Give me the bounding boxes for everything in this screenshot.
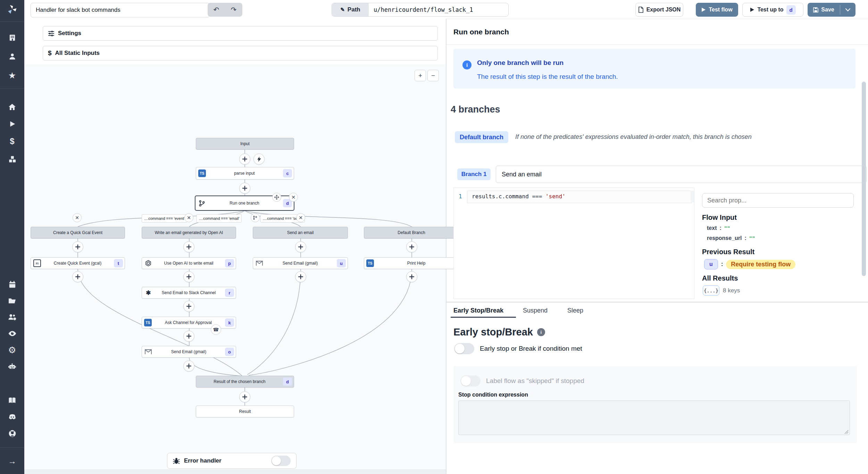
test-flow-button[interactable]: Test flow bbox=[696, 3, 738, 17]
add-step-button[interactable] bbox=[295, 271, 306, 282]
branch-header[interactable]: Write an email generated by Open AI bbox=[142, 227, 236, 239]
default-branch-badge[interactable]: Default branch bbox=[455, 131, 508, 143]
delete-branch-button[interactable]: ✕ bbox=[296, 213, 305, 222]
windmill-logo[interactable] bbox=[0, 2, 24, 16]
add-step-button[interactable] bbox=[72, 241, 83, 252]
sidebar-item-home[interactable] bbox=[0, 100, 24, 114]
close-icon: ✕ bbox=[299, 215, 303, 221]
sidebar-item-settings[interactable]: ⚙ bbox=[0, 343, 24, 357]
node-ask-channel-approval[interactable]: TS Ask Channel for Approval k bbox=[142, 317, 236, 329]
node-openai-write-email[interactable]: Use Open AI to write email p bbox=[142, 257, 236, 269]
sidebar-item-variables[interactable]: $ bbox=[0, 134, 24, 148]
add-step-button[interactable] bbox=[72, 271, 83, 282]
plus-icon bbox=[298, 274, 303, 279]
path-edit-button[interactable]: ✎Path bbox=[332, 3, 369, 16]
prop-row-text[interactable]: text : "" bbox=[707, 225, 730, 231]
sidebar-item-discord[interactable] bbox=[0, 410, 24, 424]
add-step-button[interactable] bbox=[183, 271, 194, 282]
node-result-of-chosen-branch[interactable]: Result of the chosen branch d bbox=[196, 376, 294, 388]
sidebar-item-ai[interactable] bbox=[0, 359, 24, 373]
prop-value: "" bbox=[724, 225, 730, 231]
add-step-button[interactable] bbox=[183, 241, 194, 252]
sliders-icon bbox=[48, 30, 55, 37]
add-step-button[interactable] bbox=[239, 183, 250, 194]
add-step-button[interactable] bbox=[239, 153, 250, 165]
redo-icon: ↷ bbox=[231, 6, 237, 14]
node-send-email-gmail-2[interactable]: Send Email (gmail) o bbox=[142, 346, 236, 358]
node-input[interactable]: Input bbox=[196, 138, 294, 150]
error-handler-toggle[interactable] bbox=[271, 456, 291, 466]
info-icon[interactable]: i bbox=[537, 328, 545, 336]
branch-summary-input[interactable] bbox=[496, 166, 867, 183]
test-up-to-button[interactable]: Test up to d bbox=[742, 3, 803, 17]
sidebar-item-runs[interactable] bbox=[0, 117, 24, 131]
sidebar-item-schedules[interactable] bbox=[0, 277, 24, 291]
path-value[interactable]: u/henricourdent/flow_slack_1 bbox=[369, 3, 508, 16]
expand-keys-badge[interactable]: {...} bbox=[703, 285, 719, 296]
add-step-button[interactable] bbox=[295, 241, 306, 252]
redo-button[interactable]: ↷ bbox=[225, 3, 242, 17]
require-testing-flow-pill: Require testing flow bbox=[726, 260, 795, 269]
flow-settings-button[interactable]: Settings bbox=[43, 26, 438, 41]
branch-header[interactable]: Create a Quick Gcal Event bbox=[31, 227, 125, 239]
editor-line-number: 1 bbox=[459, 193, 462, 200]
all-static-inputs-button[interactable]: $ All Static Inputs bbox=[43, 46, 438, 60]
early-stop-toggle[interactable] bbox=[454, 343, 474, 354]
panel-scrollbar[interactable] bbox=[862, 82, 866, 276]
delete-node-button[interactable]: ✕ bbox=[289, 193, 298, 202]
sidebar-item-user[interactable] bbox=[0, 49, 24, 63]
add-step-button[interactable] bbox=[406, 271, 417, 282]
tab-suspend[interactable]: Suspend bbox=[523, 307, 548, 314]
node-label: Create Quick Event (gcal) bbox=[41, 261, 114, 266]
delete-branch-button[interactable]: ✕ bbox=[73, 213, 82, 222]
tab-sleep[interactable]: Sleep bbox=[567, 307, 583, 314]
sidebar-item-github[interactable] bbox=[0, 426, 24, 440]
branch-header-label: Default Branch bbox=[364, 230, 459, 235]
save-dropdown-button[interactable] bbox=[840, 3, 856, 17]
error-handler-row[interactable]: Error handler bbox=[167, 453, 297, 469]
prop-row-response-url[interactable]: response_url : "" bbox=[707, 235, 755, 241]
node-parse-input[interactable]: TS parse input c bbox=[196, 167, 294, 180]
previous-step-badge[interactable]: u bbox=[704, 259, 718, 269]
delete-branch-button[interactable]: ✕ bbox=[184, 213, 193, 222]
sidebar-item-groups[interactable] bbox=[0, 310, 24, 324]
add-step-button[interactable] bbox=[239, 391, 250, 402]
sidebar-item-workspace[interactable] bbox=[0, 31, 24, 44]
add-trigger-button[interactable] bbox=[253, 153, 265, 165]
add-step-button[interactable] bbox=[183, 360, 194, 372]
resize-handle-icon[interactable] bbox=[844, 429, 849, 434]
node-send-email-gmail[interactable]: Send Email (gmail) u bbox=[253, 257, 348, 269]
node-create-quick-event[interactable]: 31 Create Quick Event (gcal) t bbox=[31, 257, 125, 269]
sidebar-collapse-button[interactable]: → bbox=[0, 454, 24, 468]
editor-minimap bbox=[691, 191, 694, 202]
sidebar-item-docs[interactable] bbox=[0, 393, 24, 407]
sidebar-item-favorites[interactable]: ★ bbox=[0, 68, 24, 82]
node-print-help[interactable]: TS Print Help bbox=[364, 257, 459, 269]
move-node-button[interactable] bbox=[272, 193, 281, 202]
branch-header-label: Create a Quick Gcal Event bbox=[31, 230, 125, 235]
save-button[interactable]: Save bbox=[808, 3, 840, 17]
early-stop-disabled-panel: Label flow as "skipped" if stopped Stop … bbox=[453, 366, 857, 443]
flow-title-input[interactable] bbox=[31, 3, 210, 17]
star-icon: ★ bbox=[8, 70, 16, 81]
predicate-code-editor[interactable]: 1 results.c.command === 'send' bbox=[453, 188, 694, 299]
sidebar-item-audit[interactable] bbox=[0, 326, 24, 340]
add-step-button[interactable] bbox=[406, 241, 417, 252]
node-send-email-slack[interactable]: ✱ Send Email to Slack Channel r bbox=[142, 287, 236, 299]
sidebar-item-resources[interactable] bbox=[0, 152, 24, 166]
sidebar-item-folders[interactable] bbox=[0, 294, 24, 308]
branch-header[interactable]: Send an email bbox=[253, 227, 348, 239]
add-branch-button[interactable] bbox=[251, 213, 260, 222]
export-json-button[interactable]: Export JSON bbox=[635, 3, 683, 17]
undo-button[interactable]: ↶ bbox=[208, 3, 225, 17]
node-label: Send Email (gmail) bbox=[152, 349, 225, 354]
add-step-button[interactable] bbox=[183, 301, 194, 312]
add-step-button[interactable] bbox=[183, 331, 194, 342]
search-prop-input[interactable] bbox=[702, 193, 854, 208]
branch-1-badge[interactable]: Branch 1 bbox=[457, 168, 491, 180]
stop-condition-textarea[interactable] bbox=[458, 400, 850, 435]
tab-early-stop-break[interactable]: Early Stop/Break bbox=[453, 307, 503, 314]
node-result[interactable]: Result bbox=[196, 406, 294, 417]
branch-header[interactable]: Default Branch bbox=[364, 227, 459, 239]
pencil-icon: ✎ bbox=[340, 7, 345, 13]
